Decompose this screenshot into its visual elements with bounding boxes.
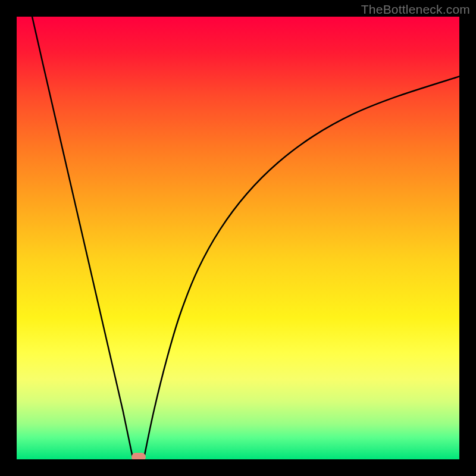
chart-frame: TheBottleneck.com	[0, 0, 476, 476]
curve-left-branch	[32, 17, 133, 459]
min-marker	[131, 453, 146, 459]
curve-right-branch	[144, 76, 459, 459]
plot-area	[17, 17, 459, 459]
watermark-text: TheBottleneck.com	[361, 2, 470, 17]
curve-layer	[17, 17, 459, 459]
